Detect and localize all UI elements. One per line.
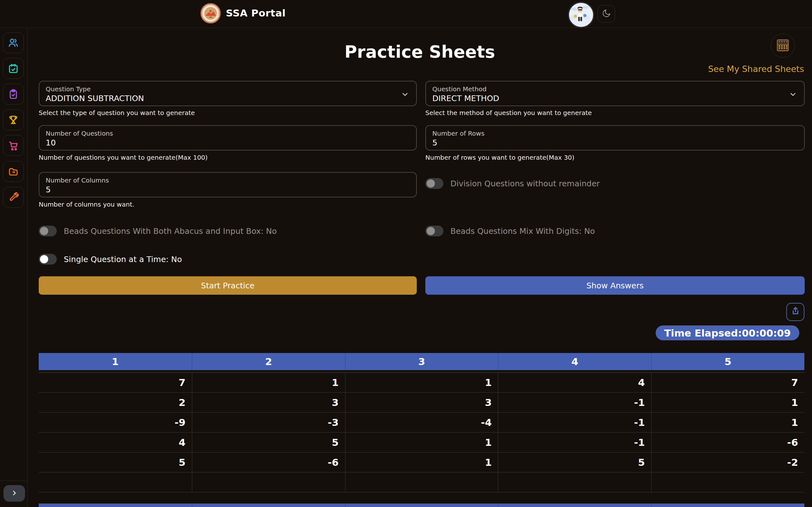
table-cell: -2 bbox=[651, 452, 804, 472]
table-cell bbox=[192, 472, 345, 492]
sidebar bbox=[0, 28, 28, 507]
column-header: 5 bbox=[651, 504, 804, 507]
table-row bbox=[39, 472, 804, 493]
column-header: 4 bbox=[498, 353, 651, 370]
folder-video-icon bbox=[8, 166, 19, 177]
table-cell: -1 bbox=[498, 393, 651, 412]
question-method-label: Question Method bbox=[432, 85, 798, 93]
table-cell bbox=[498, 472, 651, 492]
table-row: 5-615-2 bbox=[39, 452, 804, 472]
table-cell: -9 bbox=[39, 412, 192, 432]
table-cell: 2 bbox=[39, 393, 192, 412]
column-header: 1 bbox=[39, 504, 192, 507]
sidebar-item-competitions[interactable] bbox=[3, 109, 24, 130]
sheet-table-next-header-row: 12345 bbox=[39, 504, 804, 507]
top-header: SSA Portal bbox=[0, 0, 812, 28]
sidebar-item-tasks[interactable] bbox=[3, 83, 24, 105]
num-questions-value: 10 bbox=[46, 137, 410, 148]
table-cell: 1 bbox=[345, 452, 498, 472]
toggle-switch-off[interactable] bbox=[425, 226, 444, 236]
shopping-cart-icon bbox=[8, 140, 19, 151]
sidebar-item-tools[interactable] bbox=[3, 187, 24, 208]
question-type-helper: Select the type of question you want to … bbox=[39, 109, 417, 117]
column-header: 2 bbox=[192, 504, 345, 507]
abacus-tool-button[interactable] bbox=[771, 34, 795, 58]
num-columns-value: 5 bbox=[46, 184, 410, 195]
beads-both-toggle[interactable]: Beads Questions With Both Abacus and Inp… bbox=[39, 226, 277, 236]
beads-both-toggle-label: Beads Questions With Both Abacus and Inp… bbox=[64, 227, 277, 236]
sheet-table-body: 71147233-11-9-3-4-11451-1-65-615-2 bbox=[39, 372, 804, 493]
table-cell bbox=[345, 472, 498, 492]
upload-share-icon bbox=[791, 306, 801, 318]
question-method-value: DIRECT METHOD bbox=[432, 93, 798, 104]
table-cell: 1 bbox=[651, 393, 804, 412]
num-questions-label: Number of Questions bbox=[46, 129, 410, 137]
table-cell: 7 bbox=[651, 373, 804, 392]
toggle-switch-off[interactable] bbox=[425, 178, 444, 189]
num-questions-helper: Number of questions you want to generate… bbox=[39, 154, 417, 161]
table-cell: 1 bbox=[651, 412, 804, 432]
theme-toggle-button[interactable] bbox=[598, 5, 615, 22]
toggle-switch-off[interactable] bbox=[39, 226, 57, 236]
show-answers-button[interactable]: Show Answers bbox=[425, 276, 805, 295]
table-cell: 4 bbox=[498, 373, 651, 392]
column-header: 1 bbox=[39, 353, 192, 370]
user-avatar[interactable] bbox=[568, 2, 595, 28]
wrench-icon bbox=[8, 192, 19, 203]
num-rows-helper: Number of rows you want to generate(Max … bbox=[425, 154, 805, 161]
table-cell bbox=[39, 472, 192, 492]
time-elapsed-badge: Time Elapsed:00:00:09 bbox=[656, 326, 799, 340]
table-row: 451-1-6 bbox=[39, 433, 804, 452]
brand-title: SSA Portal bbox=[226, 7, 286, 19]
chevron-right-icon bbox=[10, 489, 18, 498]
table-row: 71147 bbox=[39, 373, 804, 393]
question-method-select[interactable]: Question Method DIRECT METHOD bbox=[425, 81, 805, 106]
beads-mix-toggle-label: Beads Questions Mix With Digits: No bbox=[450, 227, 595, 236]
single-question-toggle[interactable]: Single Question at a Time: No bbox=[39, 254, 182, 265]
question-type-label: Question Type bbox=[46, 85, 410, 93]
column-header: 3 bbox=[345, 504, 498, 507]
num-columns-input[interactable]: Number of Columns 5 bbox=[39, 172, 417, 198]
chevron-down-icon bbox=[401, 90, 409, 99]
table-cell: 5 bbox=[192, 433, 345, 452]
brand-logo-icon bbox=[200, 3, 221, 23]
table-cell: 1 bbox=[345, 373, 498, 392]
beads-mix-toggle[interactable]: Beads Questions Mix With Digits: No bbox=[425, 226, 595, 236]
toggle-switch-off[interactable] bbox=[39, 254, 57, 265]
table-cell bbox=[651, 472, 804, 492]
question-type-value: ADDITION SUBTRACTION bbox=[46, 93, 410, 104]
table-cell: 5 bbox=[498, 452, 651, 472]
sidebar-footer bbox=[0, 481, 27, 507]
sidebar-item-media-library[interactable] bbox=[3, 161, 24, 182]
table-cell: -4 bbox=[345, 412, 498, 432]
single-question-toggle-label: Single Question at a Time: No bbox=[64, 255, 182, 264]
table-cell: 5 bbox=[39, 452, 192, 472]
table-cell: 3 bbox=[345, 393, 498, 412]
num-rows-label: Number of Rows bbox=[432, 129, 798, 137]
share-sheet-button[interactable] bbox=[786, 303, 804, 321]
table-cell: -1 bbox=[498, 412, 651, 432]
sheet-table-header-row: 12345 bbox=[39, 353, 804, 370]
table-row: 233-11 bbox=[39, 393, 804, 412]
num-rows-input[interactable]: Number of Rows 5 bbox=[425, 125, 805, 151]
table-cell: 1 bbox=[345, 433, 498, 452]
column-header: 2 bbox=[192, 353, 345, 370]
table-cell: 1 bbox=[192, 373, 345, 392]
num-rows-value: 5 bbox=[432, 137, 798, 148]
table-cell: -6 bbox=[651, 433, 804, 452]
num-questions-input[interactable]: Number of Questions 10 bbox=[39, 125, 417, 151]
division-toggle[interactable]: Division Questions without remainder bbox=[425, 178, 600, 189]
sidebar-item-shop[interactable] bbox=[3, 135, 24, 156]
division-toggle-label: Division Questions without remainder bbox=[450, 179, 600, 188]
see-shared-sheets-link[interactable]: See My Shared Sheets bbox=[708, 64, 804, 74]
page-title: Practice Sheets bbox=[28, 42, 812, 62]
question-type-select[interactable]: Question Type ADDITION SUBTRACTION bbox=[39, 81, 417, 106]
start-practice-button[interactable]: Start Practice bbox=[39, 276, 417, 295]
sidebar-item-users[interactable] bbox=[3, 32, 24, 53]
sidebar-expand-button[interactable] bbox=[3, 485, 25, 502]
sidebar-item-schedule[interactable] bbox=[3, 58, 24, 79]
table-cell: -1 bbox=[498, 433, 651, 452]
table-cell: -6 bbox=[192, 452, 345, 472]
users-icon bbox=[8, 37, 19, 49]
trophy-icon bbox=[8, 114, 19, 125]
